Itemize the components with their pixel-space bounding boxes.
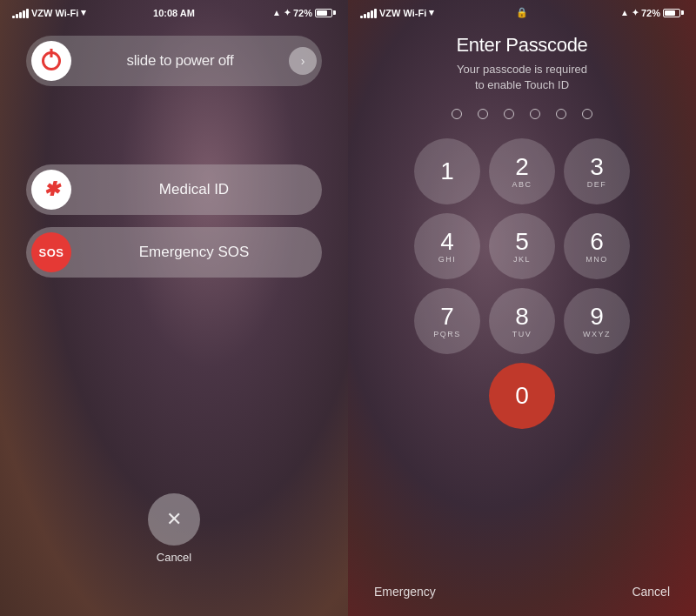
bluetooth-icon-left: ✦ xyxy=(284,8,291,17)
key-placeholder-right xyxy=(564,363,630,429)
dot-5 xyxy=(556,109,566,119)
emergency-sos-button[interactable]: SOS Emergency SOS xyxy=(26,227,322,278)
passcode-subtitle: Your passcode is required to enable Touc… xyxy=(457,62,587,93)
power-icon-circle xyxy=(31,41,71,81)
cancel-button-left[interactable]: ✕ xyxy=(148,493,200,546)
key-5-sub: JKL xyxy=(513,255,531,264)
medical-id-label: Medical ID xyxy=(71,181,317,198)
power-icon xyxy=(42,51,61,70)
battery-icon-left xyxy=(315,9,336,17)
key-8[interactable]: 8 TUV xyxy=(489,288,555,354)
bluetooth-icon-right: ✦ xyxy=(632,8,639,17)
key-6-main: 6 xyxy=(590,230,604,254)
location-icon-right: ▲ xyxy=(620,8,629,17)
key-1-main: 1 xyxy=(440,159,454,184)
numpad: 1 2 ABC 3 DEF 4 GHI 5 JKL 6 MNO 7 PQRS xyxy=(414,138,630,429)
key-4[interactable]: 4 GHI xyxy=(414,213,480,279)
status-bar-right: VZW Wi-Fi ▾ 🔒 ▲ ✦ 72% xyxy=(348,0,696,22)
carrier-label-left: VZW Wi-Fi xyxy=(31,8,78,18)
carrier-label-right: VZW Wi-Fi xyxy=(379,8,426,18)
action-buttons: ✱ Medical ID SOS Emergency SOS xyxy=(26,164,322,278)
left-panel: VZW Wi-Fi ▾ 10:08 AM ▲ ✦ 72% slide to po… xyxy=(0,0,348,616)
dot-6 xyxy=(582,109,592,119)
battery-group-right: ▲ ✦ 72% xyxy=(620,8,684,18)
wifi-icon-right: ▾ xyxy=(429,7,434,18)
asterisk-icon: ✱ xyxy=(44,178,59,201)
key-5-main: 5 xyxy=(515,230,529,254)
medical-id-button[interactable]: ✱ Medical ID xyxy=(26,164,322,215)
key-7-sub: PQRS xyxy=(433,330,461,338)
key-2-main: 2 xyxy=(515,155,529,179)
key-4-sub: GHI xyxy=(438,255,457,264)
lock-icon-right: 🔒 xyxy=(516,7,528,18)
sos-icon: SOS xyxy=(39,246,64,259)
power-label: slide to power off xyxy=(71,52,289,70)
key-9-main: 9 xyxy=(590,305,604,329)
battery-icon-right xyxy=(663,9,684,17)
slide-power-off-button[interactable]: slide to power off › xyxy=(26,36,322,86)
x-icon: ✕ xyxy=(166,508,182,531)
enter-passcode-title: Enter Passcode xyxy=(456,34,587,57)
subtitle-line2: to enable Touch ID xyxy=(475,78,569,91)
signal-icon xyxy=(12,8,29,18)
key-1[interactable]: 1 xyxy=(414,138,480,204)
key-4-main: 4 xyxy=(440,230,454,254)
bottom-bar: Emergency Cancel xyxy=(348,585,696,599)
key-9[interactable]: 9 WXYZ xyxy=(564,288,630,354)
key-7-main: 7 xyxy=(440,305,454,329)
status-bar-left: VZW Wi-Fi ▾ 10:08 AM ▲ ✦ 72% xyxy=(0,0,348,22)
key-3[interactable]: 3 DEF xyxy=(564,138,630,204)
medical-id-icon-circle: ✱ xyxy=(31,170,71,210)
time-left: 10:08 AM xyxy=(153,8,195,18)
key-3-sub: DEF xyxy=(587,180,607,189)
key-8-main: 8 xyxy=(515,305,529,329)
key-9-sub: WXYZ xyxy=(583,330,611,338)
key-3-main: 3 xyxy=(590,155,604,179)
emergency-sos-label: Emergency SOS xyxy=(71,244,317,261)
battery-percent-right: 72% xyxy=(641,8,660,18)
right-panel: VZW Wi-Fi ▾ 🔒 ▲ ✦ 72% Enter Passcode You… xyxy=(348,0,696,616)
wifi-icon-left: ▾ xyxy=(81,7,86,18)
carrier-left: VZW Wi-Fi ▾ xyxy=(12,7,86,18)
cancel-label-left: Cancel xyxy=(157,551,191,564)
key-7[interactable]: 7 PQRS xyxy=(414,288,480,354)
subtitle-line1: Your passcode is required xyxy=(457,63,587,76)
signal-icon-right xyxy=(360,8,377,18)
dot-1 xyxy=(452,109,462,119)
slide-arrow-icon: › xyxy=(289,47,317,75)
key-placeholder-left xyxy=(414,363,480,429)
dot-3 xyxy=(504,109,514,119)
emergency-button[interactable]: Emergency xyxy=(374,585,436,599)
key-6[interactable]: 6 MNO xyxy=(564,213,630,279)
key-2[interactable]: 2 ABC xyxy=(489,138,555,204)
key-8-sub: TUV xyxy=(512,330,532,338)
key-6-sub: MNO xyxy=(586,255,608,264)
battery-percent-left: 72% xyxy=(293,8,312,18)
key-0[interactable]: 0 xyxy=(489,363,555,429)
dot-4 xyxy=(530,109,540,119)
key-5[interactable]: 5 JKL xyxy=(489,213,555,279)
key-0-main: 0 xyxy=(515,384,529,408)
cancel-button-right[interactable]: Cancel xyxy=(632,585,670,599)
sos-icon-circle: SOS xyxy=(31,232,71,272)
location-icon-left: ▲ xyxy=(272,8,281,17)
battery-group-left: ▲ ✦ 72% xyxy=(272,8,336,18)
cancel-section: ✕ Cancel xyxy=(148,493,200,564)
dot-2 xyxy=(478,109,488,119)
passcode-dots xyxy=(452,109,592,119)
key-2-sub: ABC xyxy=(512,180,532,189)
carrier-right: VZW Wi-Fi ▾ xyxy=(360,7,434,18)
